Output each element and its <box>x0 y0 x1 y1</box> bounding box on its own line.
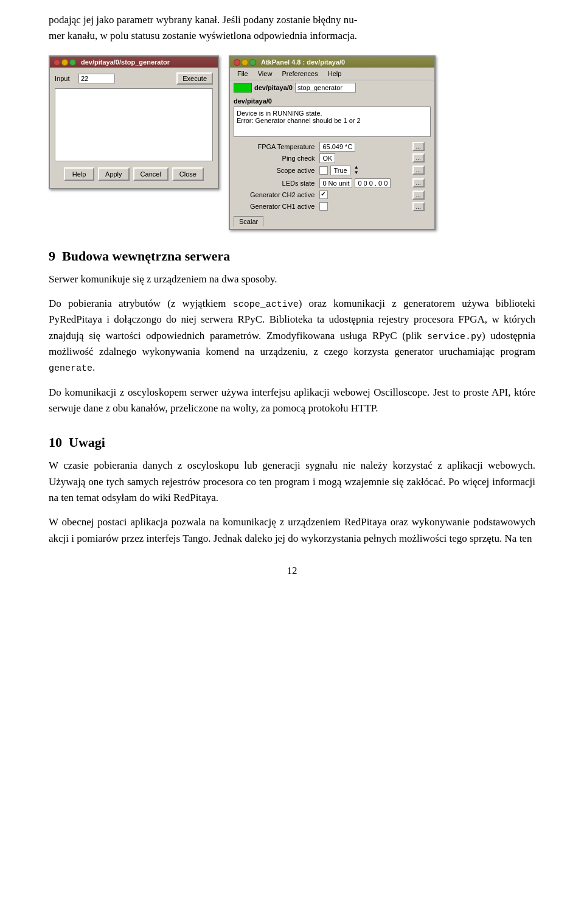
scope-active-checkbox[interactable] <box>319 166 328 175</box>
dialog-body: Input 22 Execute Help Apply Cancel Close <box>50 68 218 188</box>
apply-button[interactable]: Apply <box>98 167 130 181</box>
atk-panel: AtkPanel 4.8 : dev/pitaya/0 File View Pr… <box>229 55 436 230</box>
close-icon[interactable] <box>54 59 60 66</box>
section10-heading: 10 Uwagi <box>49 435 535 450</box>
stop-generator-dialog: dev/pitaya/0/stop_generator Input 22 Exe… <box>49 55 219 189</box>
leds-state-dots[interactable]: ... <box>412 178 425 187</box>
cancel-button[interactable]: Cancel <box>133 167 169 181</box>
input-field[interactable]: 22 <box>78 74 115 83</box>
dialog-title: dev/pitaya/0/stop_generator <box>81 58 170 66</box>
gen-ch2-checkbox[interactable]: ✓ <box>319 191 328 199</box>
ping-check-dots[interactable]: ... <box>412 153 425 163</box>
status-indicator <box>234 83 252 93</box>
menu-file[interactable]: File <box>232 69 253 79</box>
atk-maximize-icon[interactable] <box>249 59 256 66</box>
device-path: dev/pitaya/0 <box>234 97 431 105</box>
dialog-buttons: Help Apply Cancel Close <box>55 165 213 183</box>
atk-body: dev/pitaya/0 Device is in RUNNING state.… <box>230 95 434 229</box>
section9-p3: Do komunikacji z oscyloskopem serwer uży… <box>49 385 535 417</box>
ping-check-value: OK <box>319 153 335 163</box>
intro-paragraph: podając jej jako parametr wybrany kanał.… <box>49 12 535 43</box>
table-row: FPGA Temperature 65.049 *C ... <box>234 141 431 152</box>
leds-state-value: 0 No unit <box>319 178 352 188</box>
maximize-icon[interactable] <box>69 59 76 66</box>
gen-ch2-label: Generator CH2 active <box>234 189 317 201</box>
gen-ch2-dots[interactable]: ... <box>412 191 425 200</box>
execute-button[interactable]: Execute <box>176 72 213 85</box>
menu-preferences[interactable]: Preferences <box>277 69 322 79</box>
table-row: LEDs state 0 No unit 0 0 0 . 0 0 ... <box>234 177 431 189</box>
fpga-temp-dots[interactable]: ... <box>412 142 425 151</box>
table-row: Generator CH1 active ... <box>234 201 431 212</box>
section9-p2: Do pobierania atrybutów (z wyjątkiem sco… <box>49 296 535 376</box>
input-row: Input 22 Execute <box>55 72 213 85</box>
page-content: podając jej jako parametr wybrany kanał.… <box>49 0 535 577</box>
scope-active-value: True <box>330 166 350 175</box>
device-label: dev/pitaya/0 <box>254 84 293 91</box>
command-select[interactable]: stop_generator <box>295 83 356 93</box>
table-row: Generator CH2 active ✓ ... <box>234 189 431 201</box>
status-box: Device is in RUNNING state. Error: Gener… <box>234 107 431 137</box>
leds-state-label: LEDs state <box>234 177 317 189</box>
atk-title: AtkPanel 4.8 : dev/pitaya/0 <box>261 58 345 66</box>
atk-toolbar: dev/pitaya/0 stop_generator <box>230 80 434 95</box>
atk-attributes-table: FPGA Temperature 65.049 *C ... Ping chec… <box>234 141 431 212</box>
screenshot-area: dev/pitaya/0/stop_generator Input 22 Exe… <box>49 55 535 230</box>
leds-state-extra: 0 0 0 . 0 0 <box>355 178 391 188</box>
atk-minimize-icon[interactable] <box>242 59 248 66</box>
section10-p2: W obecnej postaci aplikacja pozwala na k… <box>49 514 535 547</box>
atk-titlebar-buttons <box>234 59 256 66</box>
gen-ch1-dots[interactable]: ... <box>412 202 425 211</box>
status-line1: Device is in RUNNING state. <box>237 110 428 117</box>
table-row: Ping check OK ... <box>234 152 431 164</box>
atk-titlebar: AtkPanel 4.8 : dev/pitaya/0 <box>230 57 434 68</box>
input-label: Input <box>55 75 76 82</box>
help-button[interactable]: Help <box>64 167 94 181</box>
section10-p1: W czasie pobierania danych z oscyloskopu… <box>49 458 535 506</box>
page-number: 12 <box>49 565 535 577</box>
scrollable-area <box>55 88 213 161</box>
table-row: Scope active True ▲ ▼ ... <box>234 164 431 177</box>
dialog-titlebar: dev/pitaya/0/stop_generator <box>50 57 218 68</box>
scalar-tab[interactable]: Scalar <box>234 216 263 226</box>
menu-view[interactable]: View <box>253 69 277 79</box>
scope-active-dots[interactable]: ... <box>412 166 425 175</box>
status-line2: Error: Generator channel should be 1 or … <box>237 117 428 124</box>
scope-active-label: Scope active <box>234 164 317 177</box>
section9-heading: 9 Budowa wewnętrzna serwera <box>49 248 535 264</box>
gen-ch1-checkbox[interactable] <box>319 202 328 211</box>
minimize-icon[interactable] <box>61 59 68 66</box>
titlebar-buttons <box>54 59 76 66</box>
section9-p1: Serwer komunikuje się z urządzeniem na d… <box>49 271 535 287</box>
atk-menubar: File View Preferences Help <box>230 68 434 80</box>
atk-close-icon[interactable] <box>234 59 240 66</box>
close-button[interactable]: Close <box>172 167 204 181</box>
gen-ch1-label: Generator CH1 active <box>234 201 317 212</box>
ping-check-label: Ping check <box>234 152 317 164</box>
fpga-temp-value: 65.049 *C <box>319 142 355 152</box>
scope-arrow-down-icon[interactable]: ▼ <box>354 170 359 175</box>
menu-help[interactable]: Help <box>323 69 347 79</box>
fpga-temp-label: FPGA Temperature <box>234 141 317 152</box>
scope-arrow-up-icon[interactable]: ▲ <box>354 165 359 170</box>
